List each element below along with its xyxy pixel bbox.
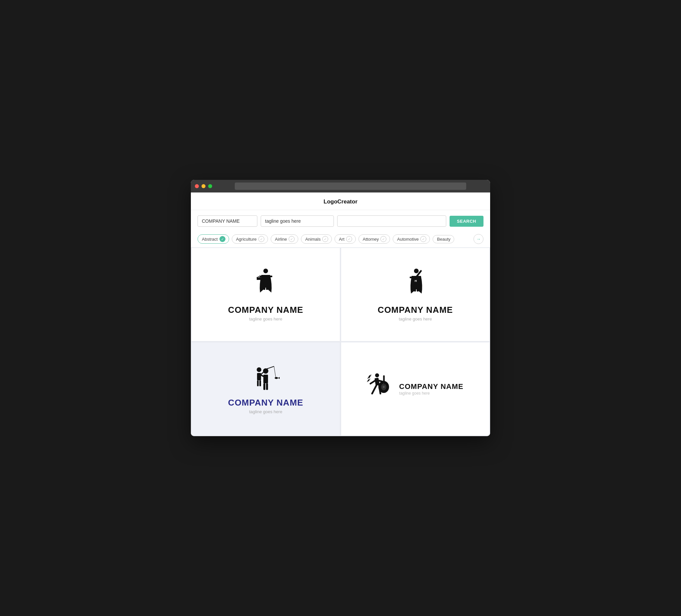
svg-point-23 (263, 368, 268, 374)
company-name-input[interactable] (198, 215, 257, 227)
logo3-tagline: tagline goes here (249, 409, 282, 414)
desktop: LogoCreator SEARCH Abstract ✓ Agricultur… (191, 180, 490, 436)
logo-card-4[interactable]: COMPANY NAME tagline goes here (341, 342, 489, 435)
svg-rect-7 (258, 276, 260, 277)
filter-bar: Abstract ✓ Agriculture ✓ Airline ✓ Anima… (191, 232, 490, 247)
filter-chip-abstract[interactable]: Abstract ✓ (198, 234, 229, 244)
svg-rect-5 (268, 276, 272, 277)
svg-rect-26 (266, 383, 268, 390)
filter-chip-agriculture[interactable]: Agriculture ✓ (232, 234, 268, 244)
svg-line-20 (267, 366, 274, 369)
filter-chip-automotive[interactable]: Automotive ✓ (393, 234, 430, 244)
keyword-input[interactable] (337, 215, 446, 227)
svg-rect-1 (263, 275, 268, 283)
svg-rect-11 (414, 284, 416, 291)
superhero-briefcase-icon (251, 267, 281, 301)
guitarist-icon (367, 372, 394, 402)
check-icon-airline: ✓ (288, 236, 295, 242)
svg-rect-35 (383, 375, 385, 385)
logo1-tagline: tagline goes here (249, 316, 282, 322)
filter-label-automotive: Automotive (397, 237, 419, 242)
svg-rect-18 (259, 380, 261, 386)
logo4-tagline: tagline goes here (399, 391, 463, 395)
filter-chip-airline[interactable]: Airline ✓ (271, 234, 298, 244)
filter-label-abstract: Abstract (202, 237, 218, 242)
fishing-persons-icon (249, 364, 282, 393)
logo-card-3[interactable]: COMPANY NAME tagline goes here (192, 342, 340, 435)
search-button[interactable]: SEARCH (450, 216, 483, 227)
filter-chip-animals[interactable]: Animals ✓ (301, 234, 332, 244)
logo2-company-name: COMPANY NAME (378, 305, 453, 315)
logo4-text: COMPANY NAME tagline goes here (399, 382, 463, 395)
minimize-button[interactable] (202, 184, 205, 188)
logo-grid: COMPANY NAME tagline goes here (191, 247, 490, 436)
svg-rect-3 (266, 283, 268, 290)
svg-line-21 (274, 366, 276, 377)
svg-rect-12 (417, 284, 419, 291)
svg-rect-29 (375, 378, 380, 386)
url-bar (235, 182, 466, 190)
titlebar (191, 180, 490, 192)
tagline-input[interactable] (261, 215, 334, 227)
filter-next-button[interactable]: → (474, 234, 483, 244)
app-title-text: LogoCreator (324, 199, 357, 205)
filter-chip-attorney[interactable]: Attorney ✓ (358, 234, 390, 244)
check-icon-abstract: ✓ (220, 236, 225, 242)
logo4-company-name: COMPANY NAME (399, 382, 463, 391)
check-icon-agriculture: ✓ (258, 236, 264, 242)
svg-point-34 (383, 386, 385, 388)
filter-label-attorney: Attorney (363, 237, 379, 242)
svg-rect-17 (257, 380, 259, 386)
svg-text:H: H (415, 279, 417, 283)
svg-line-37 (371, 381, 375, 384)
filter-label-art: Art (339, 237, 345, 242)
svg-rect-24 (263, 375, 268, 383)
filter-label-agriculture: Agriculture (236, 237, 257, 242)
svg-point-8 (414, 268, 419, 273)
check-icon-animals: ✓ (322, 236, 328, 242)
fullscreen-button[interactable] (208, 184, 212, 188)
check-icon-attorney: ✓ (380, 236, 386, 242)
filter-chip-beauty[interactable]: Beauty (433, 235, 454, 243)
logo1-company-name: COMPANY NAME (228, 305, 303, 315)
svg-point-0 (263, 268, 268, 273)
superhero-raised-icon: H (400, 267, 430, 301)
filter-label-animals: Animals (305, 237, 321, 242)
svg-rect-2 (263, 283, 266, 290)
svg-rect-13 (410, 277, 414, 278)
search-bar: SEARCH (191, 210, 490, 232)
close-button[interactable] (195, 184, 199, 188)
svg-point-22 (275, 377, 278, 379)
logo-card-2[interactable]: H COMPANY NAME tagline goes here (341, 248, 489, 341)
logo3-company-name: COMPANY NAME (228, 397, 303, 408)
svg-rect-25 (263, 383, 266, 390)
svg-line-38 (379, 381, 384, 382)
logo2-tagline: tagline goes here (399, 316, 432, 322)
app-window: LogoCreator SEARCH Abstract ✓ Agricultur… (191, 180, 490, 436)
app-title: LogoCreator (191, 192, 490, 210)
filter-label-airline: Airline (275, 237, 287, 242)
filter-chip-art[interactable]: Art ✓ (334, 234, 356, 244)
check-icon-art: ✓ (346, 236, 352, 242)
svg-point-28 (375, 373, 379, 377)
svg-line-30 (372, 385, 376, 393)
logo-card-1[interactable]: COMPANY NAME tagline goes here (192, 248, 340, 341)
svg-point-15 (257, 367, 261, 372)
check-icon-automotive: ✓ (420, 236, 426, 242)
filter-label-beauty: Beauty (437, 237, 450, 242)
